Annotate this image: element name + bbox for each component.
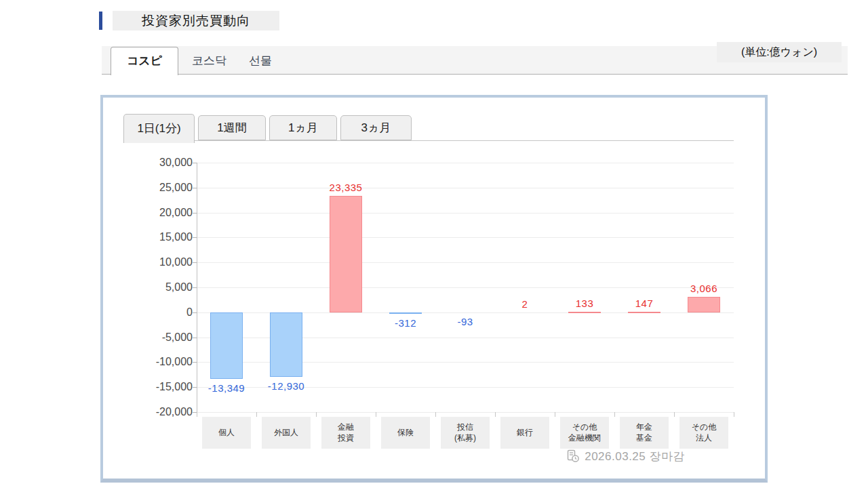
- document-clock-icon: [566, 449, 580, 463]
- gridline: [197, 262, 734, 263]
- period-tab-1week[interactable]: 1週間: [198, 115, 266, 140]
- category-label-other-financial-institution: その他 金融機関: [560, 417, 609, 449]
- bar-other-financial-institution: [568, 312, 601, 313]
- value-label-financial-investment: 23,335: [316, 182, 376, 193]
- y-axis-label: -15,000: [132, 381, 193, 393]
- period-tab-1day-1min[interactable]: 1日(1分): [123, 114, 195, 143]
- unit-label: (単位:億ウォン): [717, 42, 842, 62]
- y-axis-label: 20,000: [132, 207, 193, 219]
- bar-chart-plot: -13,349-12,93023,335-312-9321331473,066: [197, 163, 734, 412]
- category-label-investment-trust-private: 投信 (私募): [441, 417, 490, 449]
- gridline: [197, 412, 734, 413]
- category-label-bank: 銀行: [500, 417, 549, 449]
- market-tab-kosdaq[interactable]: 코스닥: [192, 53, 226, 69]
- value-label-pension-fund: 147: [614, 298, 674, 309]
- bar-individual: [210, 312, 243, 379]
- value-label-other-corporation: 3,066: [674, 283, 734, 294]
- x-axis-tick: [197, 412, 197, 417]
- category-label-insurance: 保険: [381, 417, 430, 449]
- market-tab-futures[interactable]: 선물: [249, 53, 272, 69]
- x-axis-tick: [316, 412, 317, 417]
- y-axis-label: 25,000: [132, 182, 193, 194]
- period-tab-divider: [123, 140, 734, 141]
- title-accent-bar: [99, 12, 102, 30]
- bar-insurance: [389, 312, 422, 314]
- category-label-foreigner: 外国人: [262, 417, 311, 449]
- x-axis-tick: [674, 412, 675, 417]
- page-title: 投資家別売買動向: [113, 11, 279, 30]
- value-label-other-financial-institution: 133: [555, 298, 614, 309]
- period-tab-1month[interactable]: 1ヵ月: [269, 115, 337, 140]
- y-axis-line: [197, 163, 197, 413]
- gridline: [197, 213, 734, 214]
- y-axis-label: 5,000: [132, 281, 193, 293]
- x-axis-tick: [734, 412, 734, 417]
- period-tab-3months[interactable]: 3ヵ月: [340, 115, 412, 140]
- x-axis-tick: [376, 412, 376, 417]
- category-label-other-corporation: その他 法人: [679, 417, 728, 449]
- market-close-timestamp: 2026.03.25 장마감: [585, 449, 685, 464]
- x-axis-tick: [614, 412, 615, 417]
- bar-financial-investment: [330, 196, 362, 312]
- y-axis-label: -10,000: [132, 356, 193, 368]
- x-axis-tick: [495, 412, 496, 417]
- value-label-bank: 2: [495, 298, 555, 310]
- y-axis-label: 10,000: [132, 256, 193, 268]
- value-label-foreigner: -12,930: [256, 380, 316, 392]
- x-axis-tick: [435, 412, 436, 417]
- bar-foreigner: [270, 312, 302, 377]
- chart-panel: 1日(1分)1週間1ヵ月3ヵ月 -13,349-12,93023,335-312…: [100, 95, 768, 483]
- y-axis-label: -5,000: [132, 331, 193, 344]
- bar-pension-fund: [628, 312, 660, 313]
- chart-footer: 2026.03.25 장마감: [566, 449, 685, 464]
- gridline: [197, 163, 734, 163]
- gridline: [197, 237, 734, 238]
- x-axis-tick: [555, 412, 555, 417]
- value-label-investment-trust-private: -93: [435, 316, 495, 327]
- gridline: [197, 188, 734, 188]
- value-label-individual: -13,349: [197, 382, 256, 394]
- category-label-pension-fund: 年金 基金: [620, 417, 669, 449]
- category-label-financial-investment: 金融 投資: [321, 417, 370, 449]
- gridline: [197, 287, 734, 288]
- x-axis-tick: [256, 412, 257, 417]
- market-tab-kospi[interactable]: コスピ: [111, 47, 178, 75]
- y-axis-label: 30,000: [132, 157, 193, 169]
- bar-other-corporation: [688, 297, 720, 312]
- y-axis-label: 0: [132, 306, 193, 319]
- category-label-individual: 個人: [202, 417, 251, 449]
- y-axis-label: 15,000: [132, 231, 193, 243]
- y-axis-label: -20,000: [132, 406, 193, 418]
- value-label-insurance: -312: [376, 317, 435, 329]
